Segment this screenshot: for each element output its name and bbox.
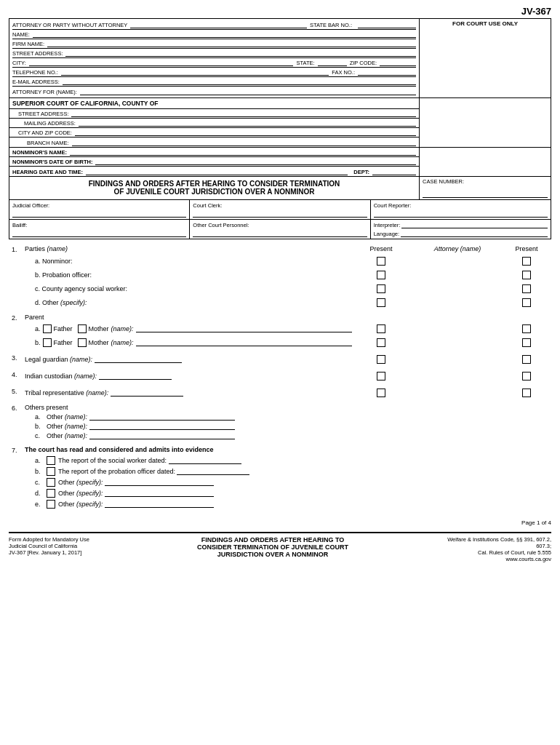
- checkbox-a-present[interactable]: [352, 257, 410, 266]
- section7-check-c[interactable]: [47, 478, 55, 487]
- section7-check-a[interactable]: [47, 456, 55, 465]
- other-personnel-cell: Other Court Personnel:: [190, 220, 370, 239]
- parent-b-name-italic: (name):: [111, 339, 134, 346]
- parent-a-name-field[interactable]: [136, 325, 352, 332]
- checkbox-a-attorney-present[interactable]: [505, 257, 548, 266]
- nonminor-hearing-row: HEARING DATE AND TIME: DEPT:: [9, 167, 419, 176]
- section7-item-a: a. The report of the social worker dated…: [35, 456, 548, 465]
- section2: 2. Parent a. Father Mother (name):: [12, 314, 548, 351]
- parent-a-father-check[interactable]: [43, 324, 52, 333]
- title-line1: FINDINGS AND ORDERS AFTER HEARING TO CON…: [12, 180, 416, 188]
- page-number: Page 1 of 4: [9, 519, 551, 526]
- title-left: FINDINGS AND ORDERS AFTER HEARING TO CON…: [9, 177, 420, 199]
- section6-num: 6.: [12, 404, 25, 412]
- section3-attorney-present[interactable]: [505, 355, 548, 364]
- tel-label: TELEPHONE NO.:: [12, 69, 58, 76]
- section6: 6. Others present a. Other (name): b.: [12, 404, 548, 442]
- parent-b-present[interactable]: [352, 338, 410, 347]
- section3: 3. Legal guardian (name):: [12, 354, 548, 367]
- section4-present[interactable]: [352, 372, 410, 381]
- personnel-row2: Bailiff: Other Court Personnel: Interpre…: [9, 219, 551, 239]
- name-label: NAME:: [12, 31, 30, 38]
- page: JV-367 ATTORNEY OR PARTY WITHOUT ATTORNE…: [0, 0, 560, 745]
- parent-a-father-label: Father: [54, 325, 73, 332]
- section3-num: 3.: [12, 354, 25, 362]
- parent-a-mother-check[interactable]: [78, 324, 87, 333]
- party-row-c: c. County agency social worker:: [25, 283, 548, 295]
- nonminor-section: NONMINOR'S NAME: NONMINOR'S DATE OF BIRT…: [9, 148, 551, 177]
- court-street-row: STREET ADDRESS:: [9, 109, 419, 119]
- clerk-label: Court Clerk:: [193, 202, 222, 209]
- section5-present[interactable]: [352, 389, 410, 397]
- attorney-for-label: ATTORNEY FOR (name):: [12, 89, 77, 95]
- party-row-d: d. Other (specify):: [25, 297, 548, 308]
- checkbox-b-present[interactable]: [352, 271, 410, 279]
- section7-check-e[interactable]: [47, 500, 55, 509]
- top-section: ATTORNEY OR PARTY WITHOUT ATTORNEY STATE…: [9, 18, 551, 98]
- parent-a-mother-label: Mother: [89, 325, 109, 332]
- footer-center-line1: FINDINGS AND ORDERS AFTER HEARING TO: [111, 536, 435, 543]
- footer-council: Judicial Council of California: [9, 543, 111, 549]
- section4-attorney-present[interactable]: [505, 372, 548, 381]
- section4-content: Indian custodian (name):: [25, 370, 548, 384]
- section1-num: 1.: [12, 245, 25, 253]
- footer-left: Form Adopted for Mandatory Use Judicial …: [9, 536, 111, 556]
- clerk-cell: Court Clerk:: [190, 200, 370, 219]
- nonminor-dob-row: NONMINOR'S DATE OF BIRTH:: [9, 157, 419, 167]
- section7-content: The court has read and considered and ad…: [25, 446, 548, 511]
- footer: Form Adopted for Mandatory Use Judicial …: [9, 532, 551, 562]
- parent-b-mother-label: Mother: [89, 339, 109, 346]
- footer-center: FINDINGS AND ORDERS AFTER HEARING TO CON…: [111, 536, 435, 558]
- section7-check-d[interactable]: [47, 489, 55, 498]
- parent-b-father-check[interactable]: [43, 338, 52, 347]
- section7-check-b[interactable]: [47, 467, 55, 476]
- section4-num: 4.: [12, 370, 25, 378]
- section1: 1. Parties (name) Present Attorney (name…: [12, 245, 548, 311]
- section5-row: Tribal representative (name):: [25, 387, 548, 399]
- zip-label: ZIP CODE:: [350, 60, 377, 66]
- section7-item-e: e. Other (specify):: [35, 500, 548, 509]
- parent-a-attorney-present[interactable]: [505, 324, 548, 333]
- court-use-section: FOR COURT USE ONLY: [420, 19, 551, 97]
- footer-rev: JV-367 [Rev. January 1, 2017]: [9, 549, 111, 556]
- parties-header: Parties (name) Present Attorney (name) P…: [25, 245, 548, 252]
- interpreter-label: Interpreter:: [374, 222, 401, 228]
- checkbox-b-attorney-present[interactable]: [505, 271, 548, 279]
- section7: 7. The court has read and considered and…: [12, 446, 548, 511]
- interpreter-cell: Interpreter: Language:: [371, 220, 551, 239]
- section4-row: Indian custodian (name):: [25, 370, 548, 382]
- parent-b-mother-check[interactable]: [78, 338, 87, 347]
- section3-content: Legal guardian (name):: [25, 354, 548, 367]
- checkbox-c-present[interactable]: [352, 284, 410, 293]
- parent-b-attorney-present[interactable]: [505, 338, 548, 347]
- section1-content: Parties (name) Present Attorney (name) P…: [25, 245, 548, 311]
- nonminor-name-label: NONMINOR'S NAME:: [12, 149, 67, 156]
- bailiff-label: Bailiff:: [12, 222, 27, 228]
- parent-b-name-field[interactable]: [136, 339, 352, 346]
- section6-content: Others present a. Other (name): b. Other…: [25, 404, 548, 442]
- footer-right: Welfare & Institutions Code, §§ 391, 607…: [435, 536, 551, 562]
- footer-right-line3: www.courts.ca.gov: [435, 556, 551, 562]
- section4: 4. Indian custodian (name):: [12, 370, 548, 384]
- checkbox-c-attorney-present[interactable]: [505, 284, 548, 293]
- section6-title: Others present: [25, 404, 548, 411]
- section7-num: 7.: [12, 446, 25, 454]
- city-label: CITY:: [12, 60, 26, 66]
- nonminor-dept-label: DEPT:: [353, 169, 369, 175]
- section2-num: 2.: [12, 314, 25, 322]
- court-city-label: CITY AND ZIP CODE:: [12, 130, 72, 136]
- section3-present[interactable]: [352, 355, 410, 364]
- parties-label: Parties (name): [25, 245, 352, 252]
- checkbox-d-present[interactable]: [352, 298, 410, 307]
- section3-row: Legal guardian (name):: [25, 354, 548, 365]
- footer-center-line3: JURISDICTION OVER A NONMINOR: [111, 551, 435, 558]
- party-row-b: b. Probation officer:: [25, 269, 548, 281]
- section5-attorney-present[interactable]: [505, 389, 548, 397]
- checkbox-d-attorney-present[interactable]: [505, 298, 548, 307]
- section2-content: Parent a. Father Mother (name):: [25, 314, 548, 351]
- parent-a-present[interactable]: [352, 324, 410, 333]
- court-use-label: FOR COURT USE ONLY: [452, 20, 518, 27]
- court-header: SUPERIOR COURT OF CALIFORNIA, COUNTY OF: [9, 98, 419, 109]
- present-col-header: Present: [352, 245, 410, 252]
- judicial-cell: Judicial Officer:: [9, 200, 190, 219]
